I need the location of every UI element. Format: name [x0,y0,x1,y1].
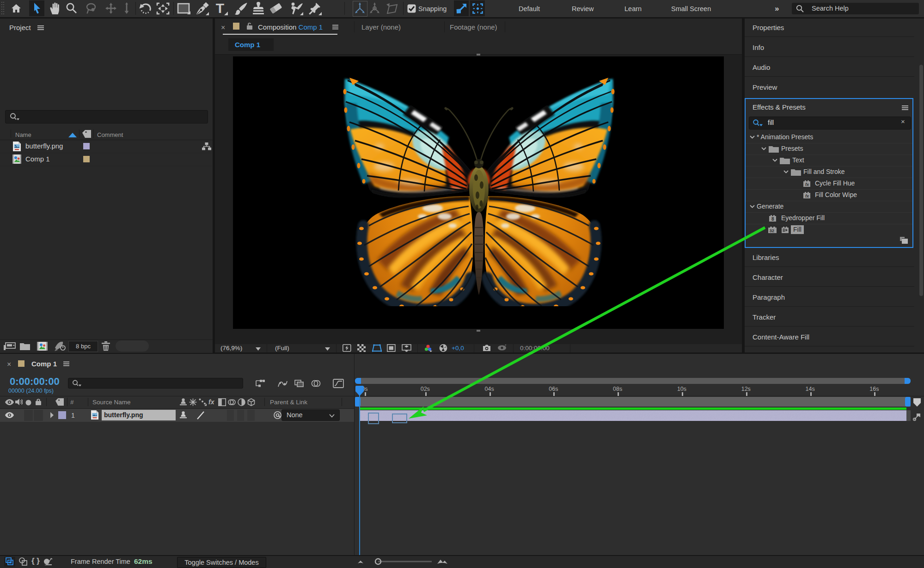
svg-text:fx: fx [805,182,809,187]
svg-text:8: 8 [771,216,774,222]
svg-text:32: 32 [769,228,774,233]
svg-text:fx: fx [805,194,809,198]
